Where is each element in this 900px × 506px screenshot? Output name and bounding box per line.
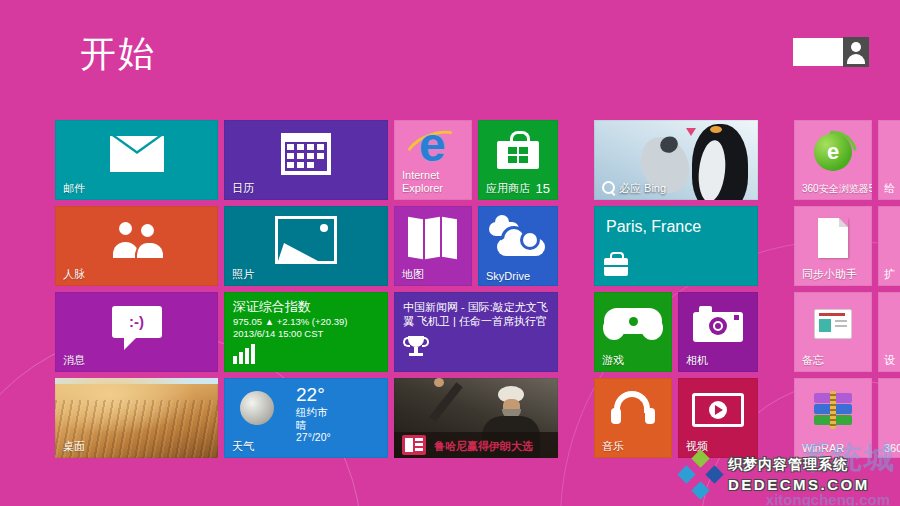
travel-destination: Paris, France <box>606 218 701 236</box>
message-bubble-icon: :-) <box>112 306 162 338</box>
news-photo <box>429 382 462 422</box>
sports-headline: 中国新闻网 - 国际:敲定尤文飞翼 飞机卫 | 任命一首席执行官 <box>403 300 550 329</box>
stock-quote: 975.05 ▲ +2.13% (+20.39) <box>233 316 348 327</box>
tile-news[interactable]: 鲁哈尼赢得伊朗大选 <box>394 378 558 458</box>
ie-icon: e <box>405 123 461 175</box>
tile-internet-explorer[interactable]: e Internet Explorer <box>394 120 472 200</box>
avatar-person-icon <box>847 54 865 64</box>
user-avatar[interactable] <box>843 37 869 67</box>
stock-name: 深证综合指数 <box>233 298 311 316</box>
dedecms-logo <box>680 452 724 500</box>
tile-mail[interactable]: 邮件 <box>55 120 218 200</box>
trophy-icon <box>404 336 428 360</box>
watermark-cms-name: 织梦内容管理系统 <box>728 456 848 474</box>
tile-sync-helper[interactable]: 同步小助手 <box>794 206 872 286</box>
store-badge-count: 15 <box>536 181 550 196</box>
photo-icon <box>275 216 337 264</box>
store-bag-icon <box>497 131 539 169</box>
watermark-bg-url: xitongcheng.com <box>766 491 890 506</box>
tile-label: 人脉 <box>63 267 85 282</box>
chart-icon <box>233 344 257 364</box>
start-screen: 开始 邮件 日历 人脉 照片 :-) 消息 深证综合指数 975.05 ▲ +2… <box>0 0 900 506</box>
document-icon <box>818 218 848 258</box>
tile-label: 必应 Bing <box>602 181 666 196</box>
cloud-icon <box>487 220 549 256</box>
search-icon <box>602 181 615 194</box>
tile-maps[interactable]: 地图 <box>394 206 472 286</box>
news-headline: 鲁哈尼赢得伊朗大选 <box>434 439 533 454</box>
tile-finance[interactable]: 深证综合指数 975.05 ▲ +2.13% (+20.39) 2013/6/1… <box>224 292 388 372</box>
map-icon <box>408 216 458 260</box>
tile-label: Internet Explorer <box>402 169 472 197</box>
photo-marker-icon <box>686 128 696 136</box>
tile-calendar[interactable]: 日历 <box>224 120 388 200</box>
tile-music[interactable]: 音乐 <box>594 378 672 458</box>
tile-label: 桌面 <box>63 439 85 454</box>
tile-label: 邮件 <box>63 181 85 196</box>
tile-partial-1[interactable]: 给 <box>878 120 900 200</box>
tile-partial-2[interactable]: 扩 <box>878 206 900 286</box>
tile-360-browser[interactable]: e 360安全浏览器5 <box>794 120 872 200</box>
tile-messaging[interactable]: :-) 消息 <box>55 292 218 372</box>
gamepad-icon <box>604 304 662 344</box>
tile-partial-3[interactable]: 设 <box>878 292 900 372</box>
tile-label: SkyDrive <box>486 270 530 282</box>
watermark-site: DEDECMS.COM <box>728 476 870 493</box>
headphones-icon <box>610 391 656 429</box>
avatar-person-icon <box>851 42 861 52</box>
tile-camera[interactable]: 相机 <box>678 292 758 372</box>
weather-hilo: 27°/20° <box>296 431 331 443</box>
tile-label: 游戏 <box>602 353 624 368</box>
tile-skydrive[interactable]: SkyDrive <box>478 206 558 286</box>
tile-travel[interactable]: Paris, France <box>594 206 758 286</box>
tile-label: 备忘 <box>802 353 824 368</box>
tile-weather[interactable]: 22° 纽约市 晴 27°/20° 天气 <box>224 378 388 458</box>
tile-bing[interactable]: 必应 Bing <box>594 120 758 200</box>
page-title: 开始 <box>80 30 156 79</box>
people-icon <box>113 222 161 258</box>
tile-games[interactable]: 游戏 <box>594 292 672 372</box>
tile-label: 同步小助手 <box>802 267 857 282</box>
tile-sports-news[interactable]: 中国新闻网 - 国际:敲定尤文飞翼 飞机卫 | 任命一首席执行官 <box>394 292 558 372</box>
tile-label: 照片 <box>232 267 254 282</box>
watermark: 系统城 xitongcheng.com 织梦内容管理系统 DEDECMS.COM <box>680 446 900 506</box>
user-name-box[interactable] <box>793 38 843 66</box>
tile-label: 相机 <box>686 353 708 368</box>
tile-desktop[interactable]: 桌面 <box>55 378 218 458</box>
penguin-photo <box>692 124 748 200</box>
weather-city: 纽约市 <box>296 406 328 420</box>
video-player-icon <box>692 393 744 427</box>
camera-icon <box>693 305 743 343</box>
winrar-icon <box>814 393 852 427</box>
tile-memo[interactable]: 备忘 <box>794 292 872 372</box>
tile-photos[interactable]: 照片 <box>224 206 388 286</box>
tile-people[interactable]: 人脉 <box>55 206 218 286</box>
calendar-icon <box>281 133 331 175</box>
tile-label: 应用商店 <box>486 181 530 196</box>
newspaper-icon <box>402 435 426 455</box>
stock-timestamp: 2013/6/14 15:00 CST <box>233 328 323 339</box>
tile-label: 消息 <box>63 353 85 368</box>
tile-label: 日历 <box>232 181 254 196</box>
tile-label: 音乐 <box>602 439 624 454</box>
suitcase-icon <box>604 258 628 276</box>
tile-store[interactable]: 应用商店 15 <box>478 120 558 200</box>
moon-icon <box>240 391 274 425</box>
tile-label: 地图 <box>402 267 424 282</box>
weather-temp: 22° <box>296 384 325 406</box>
tile-label: 天气 <box>232 439 254 454</box>
window-app-icon <box>814 309 852 339</box>
mail-icon <box>110 136 164 172</box>
tile-label: 360安全浏览器5 <box>802 182 872 196</box>
360-browser-icon: e <box>814 133 852 171</box>
